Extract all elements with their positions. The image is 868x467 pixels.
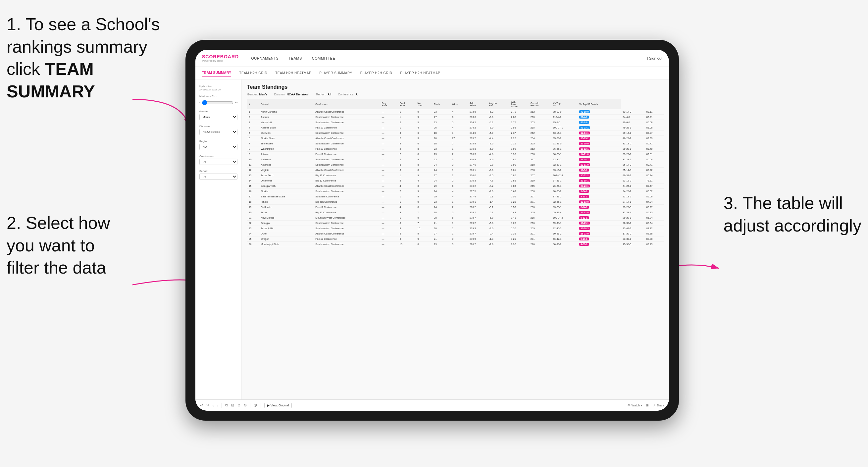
- gender-label: Gender: [199, 110, 238, 113]
- sign-out-button[interactable]: | Sign out: [647, 56, 662, 60]
- table-row: 1North CarolinaAtlantic Coast Conference…: [247, 109, 664, 115]
- table-row: 17East Tennessee StateSouthern Conferenc…: [247, 194, 664, 199]
- filter-gender: Gender: Men's: [247, 93, 268, 96]
- nav-item-tournaments[interactable]: TOURNAMENTS: [249, 55, 279, 62]
- conference-select[interactable]: (All): [199, 159, 238, 165]
- conference-label: Conference: [199, 155, 238, 158]
- col-adj-score: Adj.Score: [468, 99, 488, 109]
- table-row: 15Georgia TechAtlantic Coast Conference—…: [247, 184, 664, 189]
- filter-conference: Conference: All: [338, 93, 359, 96]
- clock-icon[interactable]: ⏱: [254, 403, 257, 407]
- instruction-step3-line1: 3. The table will: [723, 193, 843, 213]
- instruction-step2-line2: you want to: [7, 236, 95, 255]
- plus-icon[interactable]: ⊕: [238, 403, 241, 407]
- school-label: School: [199, 169, 238, 173]
- table-header: # School Conference RegRank ConfRank NoT…: [247, 99, 664, 109]
- standings-table: # School Conference RegRank ConfRank NoT…: [247, 99, 664, 247]
- instruction-step1: 1. To see a School's rankings summary cl…: [7, 13, 165, 103]
- filter-region: Region: All: [316, 93, 332, 96]
- table-row: 12VirginiaAtlantic Coast Conference—3824…: [247, 167, 664, 173]
- table-row: 18IllinoisBig Ten Conference—19231279.1-…: [247, 199, 664, 205]
- nav-item-teams[interactable]: TEAMS: [288, 55, 302, 62]
- sub-nav: TEAM SUMMARY TEAM H2H GRID TEAM H2H HEAT…: [195, 67, 669, 80]
- region-select[interactable]: N/A: [199, 144, 238, 150]
- logo-area: SCOREBOARD Powered by clippi: [202, 54, 239, 62]
- col-wins: Wins: [451, 99, 468, 109]
- table-row: 21New MexicoMountain West Conference—192…: [247, 215, 664, 221]
- back-icon[interactable]: ‹: [213, 403, 214, 407]
- region-label: Region: [199, 140, 238, 143]
- col-reg-rank: RegRank: [380, 99, 398, 109]
- update-info: Update time: 27/03/2024 16:56:26: [199, 85, 238, 91]
- min-rounds-slider[interactable]: [202, 100, 234, 105]
- forward-icon[interactable]: ›: [217, 403, 219, 407]
- min-rounds-max: 30: [235, 101, 238, 104]
- separator-3: [260, 403, 261, 408]
- redo-icon[interactable]: ↪: [206, 403, 209, 407]
- table-row: 8WashingtonPac-12 Conference—28231276.3-…: [247, 146, 664, 152]
- table-row: 14OklahomaBig 12 Conference—24242276.3-4…: [247, 178, 664, 184]
- table-row: 11ArkansasSoutheastern Conference—682432…: [247, 162, 664, 167]
- watch-button[interactable]: 👁 Watch ▾: [627, 404, 642, 407]
- sub-nav-team-summary[interactable]: TEAM SUMMARY: [202, 69, 231, 76]
- gender-select[interactable]: Men's: [199, 114, 238, 120]
- table-row: 3VanderbiltSoutheastern Conference—25235…: [247, 120, 664, 125]
- instruction-step2: 2. Select how you want to filter the dat…: [7, 212, 110, 279]
- col-vs-top25: Vs Top25: [551, 99, 578, 109]
- arrow-step1: [123, 96, 195, 136]
- min-rounds-label: Minimum Ro...: [199, 95, 238, 98]
- table-body: 1North CarolinaAtlantic Coast Conference…: [247, 109, 664, 247]
- copy-icon[interactable]: ⧉: [225, 403, 228, 407]
- table-row: 7TennesseeSoutheastern Conference—461822…: [247, 141, 664, 146]
- tablet-device: SCOREBOARD Powered by clippi TOURNAMENTS…: [185, 40, 679, 421]
- filter-division: Division: NCAA Division I: [274, 93, 309, 96]
- table-row: 9ArizonaPac-12 Conference—28232276.3-4.6…: [247, 152, 664, 157]
- col-conf-rank: ConfRank: [398, 99, 416, 109]
- logo-sub: Powered by clippi: [202, 59, 239, 62]
- table-row: 19CaliforniaPac-12 Conference—48242278.2…: [247, 205, 664, 210]
- toolbar-right: 👁 Watch ▾ ⊞ ↗ Share: [627, 404, 664, 407]
- col-conference: Conference: [314, 99, 380, 109]
- share-button[interactable]: ↗ Share: [653, 404, 664, 407]
- view-original-button[interactable]: ▶ View: Original: [264, 403, 292, 408]
- table-row: 2AuburnSoutheastern Conference—19276273.…: [247, 115, 664, 120]
- table-row: 10AlabamaSoutheastern Conference—5823327…: [247, 157, 664, 162]
- table-row: 26Mississippi StateSoutheastern Conferen…: [247, 242, 664, 247]
- sub-nav-team-h2h-grid[interactable]: TEAM H2H GRID: [239, 70, 267, 76]
- instruction-step2-line1: 2. Select how: [7, 213, 110, 232]
- screenshot-button[interactable]: ⊞: [646, 404, 649, 407]
- nav-items: TOURNAMENTS TEAMS COMMITTEE: [249, 55, 647, 62]
- school-select[interactable]: (All): [199, 174, 238, 180]
- table-row: 5Ole MissSoutheastern Conference—3618127…: [247, 130, 664, 136]
- col-rnds: Rnds: [432, 99, 451, 109]
- tablet-screen: SCOREBOARD Powered by clippi TOURNAMENTS…: [195, 50, 669, 411]
- table-row: 6Florida StateAtlantic Coast Conference—…: [247, 136, 664, 141]
- instruction-step3: 3. The table will adjust accordingly: [723, 192, 861, 237]
- sub-nav-player-h2h-heatmap[interactable]: PLAYER H2H HEATMAP: [400, 70, 440, 76]
- instruction-step3-line2: adjust accordingly: [723, 216, 861, 235]
- sub-nav-player-h2h-grid[interactable]: PLAYER H2H GRID: [360, 70, 393, 76]
- main-content: Update time: 27/03/2024 16:56:26 Minimum…: [195, 80, 669, 399]
- minus-icon[interactable]: ⊖: [244, 403, 247, 407]
- col-overall: OverallRecord: [529, 99, 551, 109]
- division-select[interactable]: NCAA Division I: [199, 129, 238, 135]
- table-row: 16FloridaSoutheastern Conference—7924427…: [247, 189, 664, 194]
- sub-nav-player-summary[interactable]: PLAYER SUMMARY: [319, 70, 352, 76]
- filter-row: Gender: Men's Division: NCAA Division I …: [247, 93, 664, 96]
- sub-nav-team-h2h-heatmap[interactable]: TEAM H2H HEATMAP: [275, 70, 311, 76]
- table-title: Team Standings: [247, 84, 664, 90]
- paste-icon[interactable]: ⊡: [231, 403, 234, 407]
- min-rounds-min: 4: [199, 101, 201, 104]
- sidebar: Update time: 27/03/2024 16:56:26 Minimum…: [195, 80, 242, 399]
- bottom-toolbar: ↩ ↪ ‹ › ⧉ ⊡ ⊕ ⊖ ⏱ ▶ View: Original 👁 Wat…: [195, 399, 669, 411]
- separator-2: [250, 403, 250, 408]
- col-avg-low: Avg.LowScore: [509, 99, 529, 109]
- table-row: 13Texas TechBig 12 Conference—19272276.0…: [247, 173, 664, 178]
- table-row: 4Arizona StatePac-12 Conference—14264274…: [247, 125, 664, 130]
- table-row: 20TexasBig 12 Conference—37180278.7-0.71…: [247, 210, 664, 215]
- col-school: School: [259, 99, 314, 109]
- table-row: 25OregonPac-12 Conference—59210279.5-1.3…: [247, 237, 664, 242]
- nav-item-committee[interactable]: COMMITTEE: [312, 55, 336, 62]
- undo-icon[interactable]: ↩: [200, 403, 203, 407]
- table-row: 23Texas A&MSoutheastern Conference—91030…: [247, 226, 664, 231]
